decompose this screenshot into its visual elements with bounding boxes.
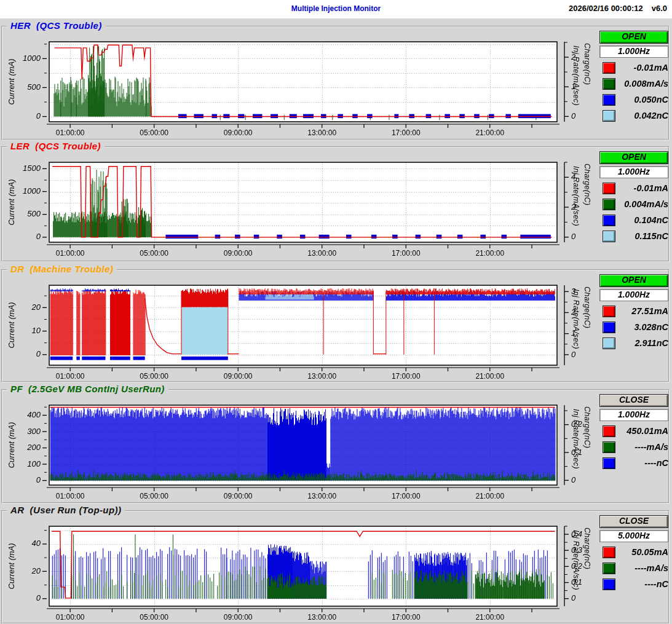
legend-color-swatch [603, 579, 615, 590]
clock-timestamp: 2026/02/16 00:00:12 [569, 4, 643, 13]
current-axis-label: Current (mA) [7, 42, 15, 121]
charge-axis-label: Charge(nC) [583, 286, 591, 328]
panel-title: DR (Machine Trouble) [7, 264, 117, 274]
injection-frequency-field[interactable]: 1.000Hz [599, 409, 668, 421]
legend-row: 3.028nC [599, 320, 668, 336]
legend: 27.51mA3.028nC2.911nC [599, 304, 668, 352]
legend-color-swatch [603, 78, 615, 90]
side-controls: CLOSE 5.000Hz 50.05mA----mA/s----nC [599, 515, 668, 593]
ar-panel: AR (User Run (Top-up)) Current (mA) Inj … [1, 510, 670, 624]
legend-color-swatch [603, 338, 615, 349]
injrate-axis-label: Inj Rate(mA/sec) [572, 409, 580, 469]
pf-chart-canvas [2, 399, 599, 502]
legend-color-swatch [603, 199, 615, 210]
current-axis-label: Current (mA) [7, 527, 15, 606]
legend: 50.05mA----mA/s----nC [599, 545, 668, 593]
legend-row: 0.004mA/s [599, 197, 668, 213]
legend-color-swatch [603, 94, 615, 106]
legend-row: -0.01mA [599, 181, 668, 197]
legend-color-swatch [603, 441, 615, 453]
legend-value: 0.004mA/s [624, 199, 668, 209]
legend-row: 2.911nC [599, 336, 668, 352]
legend: -0.01mA0.008mA/s0.050nC0.042nC [599, 60, 668, 124]
legend-value: 0.050nC [634, 95, 668, 105]
side-controls: CLOSE 1.000Hz 450.01mA----mA/s----nC [599, 394, 668, 472]
injection-frequency-field[interactable]: 1.000Hz [599, 289, 668, 301]
legend-value: 3.028nC [634, 322, 668, 332]
panel-title: PF (2.5GeV MB ContInj UserRun) [7, 384, 168, 394]
legend-color-swatch [603, 62, 615, 74]
legend-row: -0.01mA [599, 60, 668, 76]
legend-row: 0.008mA/s [599, 76, 668, 92]
legend: -0.01mA0.004mA/s0.104nC0.115nC [599, 181, 668, 245]
legend-row: 0.115nC [599, 229, 668, 245]
legend-color-swatch [603, 425, 615, 437]
legend-color-swatch [603, 306, 615, 317]
ler-chart-canvas [2, 156, 599, 259]
legend-value: 0.115nC [634, 231, 668, 241]
her-panel: HER (QCS Trouble) Current (mA) Inj Rate(… [1, 26, 670, 140]
window-header: Multiple Injection Monitor 2026/02/16 00… [0, 0, 672, 18]
dr-chart-canvas [2, 279, 599, 382]
legend-color-swatch [603, 563, 615, 574]
legend-color-swatch [603, 231, 615, 242]
legend-color-swatch [603, 215, 615, 226]
legend-value: -0.01mA [634, 63, 668, 73]
version-label: v6.0 [652, 4, 667, 13]
injrate-axis-label: Inj Rate(mA/sec) [572, 166, 580, 226]
injection-frequency-field[interactable]: 5.000Hz [599, 530, 668, 542]
legend-color-swatch [603, 322, 615, 333]
shutter-status-button[interactable]: CLOSE [599, 394, 668, 407]
legend-value: 0.042nC [634, 111, 668, 120]
current-axis-label: Current (mA) [7, 286, 15, 365]
panel-title: AR (User Run (Top-up)) [7, 505, 125, 515]
injrate-axis-label: Inj Rate(mA/sec) [572, 289, 580, 349]
legend-row: 0.104nC [599, 213, 668, 229]
side-controls: OPEN 1.000Hz -0.01mA0.008mA/s0.050nC0.04… [599, 31, 668, 124]
legend-value: 0.104nC [634, 215, 668, 225]
side-controls: OPEN 1.000Hz 27.51mA3.028nC2.911nC [599, 274, 668, 352]
legend-row: 450.01mA [599, 424, 668, 440]
legend-row: 27.51mA [599, 304, 668, 320]
charge-axis-label: Charge(nC) [583, 406, 591, 448]
legend: 450.01mA----mA/s----nC [599, 424, 668, 472]
current-axis-label: Current (mA) [7, 163, 15, 242]
legend-row: ----nC [599, 577, 668, 593]
injrate-axis-label: Inj Rate(mA/sec) [572, 530, 580, 590]
injection-frequency-field[interactable]: 1.000Hz [599, 45, 668, 58]
legend-value: 0.008mA/s [624, 79, 668, 89]
dr-panel: DR (Machine Trouble) Current (mA) Inj Ra… [1, 269, 670, 382]
legend-row: ----mA/s [599, 440, 668, 456]
shutter-status-button[interactable]: CLOSE [599, 515, 668, 528]
injection-frequency-field[interactable]: 1.000Hz [599, 166, 668, 178]
legend-row: ----mA/s [599, 561, 668, 577]
side-controls: OPEN 1.000Hz -0.01mA0.004mA/s0.104nC0.11… [599, 151, 668, 245]
legend-value: ----mA/s [634, 563, 668, 573]
shutter-status-button[interactable]: OPEN [599, 31, 668, 44]
charge-axis-label: Charge(nC) [583, 164, 591, 205]
legend-value: ----nC [644, 458, 668, 468]
legend-row: 50.05mA [599, 545, 668, 561]
current-axis-label: Current (mA) [7, 406, 15, 484]
legend-row: 0.050nC [599, 92, 668, 108]
charge-axis-label: Charge(nC) [583, 527, 591, 569]
legend-value: 50.05mA [631, 547, 668, 557]
legend-color-swatch [603, 547, 615, 558]
her-chart-canvas [2, 36, 599, 139]
shutter-status-button[interactable]: OPEN [599, 274, 668, 287]
legend-value: 2.911nC [634, 338, 668, 348]
charge-axis-label: Charge(nC) [583, 43, 591, 85]
legend-value: 27.51mA [631, 306, 668, 316]
legend-color-swatch [603, 457, 615, 469]
legend-color-swatch [603, 183, 615, 194]
shutter-status-button[interactable]: OPEN [599, 151, 668, 164]
legend-value: ----mA/s [634, 442, 668, 452]
pf-panel: PF (2.5GeV MB ContInj UserRun) Current (… [1, 389, 670, 504]
legend-color-swatch [603, 110, 615, 122]
panel-title: HER (QCS Trouble) [7, 20, 106, 31]
legend-value: -0.01mA [634, 183, 668, 193]
ler-panel: LER (QCS Trouble) Current (mA) Inj Rate(… [1, 146, 670, 262]
header-right: 2026/02/16 00:00:12v6.0 [569, 4, 667, 13]
ar-chart-canvas [2, 520, 599, 623]
injrate-axis-label: Inj Rate(mA/sec) [572, 45, 580, 106]
